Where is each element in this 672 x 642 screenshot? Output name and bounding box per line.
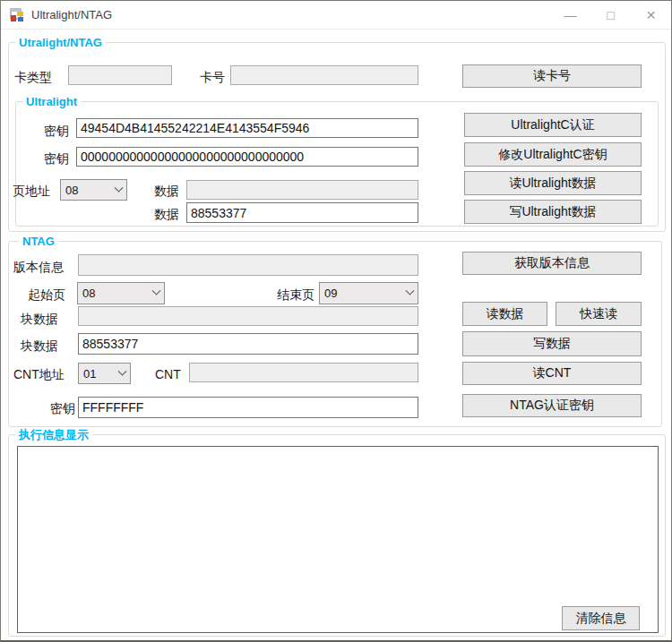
read-ultralight-data-button[interactable]: 读Ultralight数据 xyxy=(464,171,642,195)
ntag-block-write-label: 块数据 xyxy=(21,338,58,353)
ntag-group-title: NTAG xyxy=(19,235,58,248)
ul-data-read-label: 数据 xyxy=(154,184,179,198)
ntag-version-field[interactable] xyxy=(78,254,418,276)
ntag-key-label: 密钥 xyxy=(50,401,75,415)
ntag-end-page-label: 结束页 xyxy=(277,287,314,302)
card-no-label: 卡号 xyxy=(200,70,225,84)
ul-data-write-label: 数据 xyxy=(154,207,179,221)
ntag-block-write-field[interactable] xyxy=(78,333,418,355)
ntag-start-page-combo[interactable]: 08 xyxy=(77,282,165,304)
ul-key1-field[interactable] xyxy=(76,118,418,138)
ul-page-addr-label: 页地址 xyxy=(13,184,50,198)
read-cnt-button[interactable]: 读CNT xyxy=(462,362,642,385)
read-card-button[interactable]: 读卡号 xyxy=(462,64,642,88)
ntag-cnt-addr-combo[interactable]: 01 xyxy=(78,363,131,384)
card-type-label: 卡类型 xyxy=(14,70,52,84)
ntag-end-page-combo[interactable]: 09 xyxy=(319,282,418,304)
ntag-block-read-field[interactable] xyxy=(78,306,418,326)
ntag-start-page-value: 08 xyxy=(82,287,95,300)
ul-key2-label: 密钥 xyxy=(44,151,69,166)
chevron-down-icon xyxy=(406,287,415,295)
titlebar: Ultralight/NTAG — □ ✕ xyxy=(1,1,671,30)
read-data-button[interactable]: 读数据 xyxy=(462,302,547,326)
ul-data-write-field[interactable] xyxy=(186,202,418,223)
ul-page-addr-value: 08 xyxy=(65,184,78,197)
ntag-end-page-value: 09 xyxy=(324,287,337,300)
fast-read-button[interactable]: 快速读 xyxy=(556,302,642,326)
main-group-title: Utralight/NTAG xyxy=(15,37,106,49)
close-icon[interactable]: ✕ xyxy=(631,1,671,29)
app-window: Ultralight/NTAG — □ ✕ Utralight/NTAG 卡类型… xyxy=(0,0,672,642)
ntag-version-label: 版本信息 xyxy=(13,260,64,274)
write-ultralight-data-button[interactable]: 写Ultralight数据 xyxy=(464,200,642,224)
window-title: Ultralight/NTAG xyxy=(31,8,112,21)
chevron-down-icon xyxy=(118,366,127,375)
clear-log-button[interactable]: 清除信息 xyxy=(562,606,640,630)
change-ultralightc-key-button[interactable]: 修改UltralightC密钥 xyxy=(464,142,642,167)
ntag-start-page-label: 起始页 xyxy=(28,287,65,302)
maximize-icon[interactable]: □ xyxy=(590,1,631,29)
chevron-down-icon xyxy=(152,287,161,295)
ultralightc-auth-button[interactable]: UltralightC认证 xyxy=(464,113,642,137)
ntag-key-field[interactable] xyxy=(78,397,418,418)
ultralight-group-title: Ultralight xyxy=(22,96,81,108)
card-no-field[interactable] xyxy=(230,65,418,85)
get-version-button[interactable]: 获取版本信息 xyxy=(462,252,642,275)
ul-page-addr-combo[interactable]: 08 xyxy=(60,179,127,201)
ul-data-read-field[interactable] xyxy=(186,180,418,200)
ntag-block-read-label: 块数据 xyxy=(21,312,58,326)
ul-key1-label: 密钥 xyxy=(44,124,69,138)
ntag-cnt-addr-label: CNT地址 xyxy=(13,367,65,381)
ntag-auth-key-button[interactable]: NTAG认证密钥 xyxy=(462,394,642,417)
card-type-field[interactable] xyxy=(68,65,172,85)
log-textarea[interactable] xyxy=(17,446,659,633)
ntag-cnt-field[interactable] xyxy=(189,363,418,382)
log-group-title: 执行信息显示 xyxy=(15,429,92,441)
ul-key2-field[interactable] xyxy=(76,147,418,167)
window-controls: — □ ✕ xyxy=(550,1,671,29)
ntag-cnt-label: CNT xyxy=(155,367,181,381)
app-icon xyxy=(10,8,24,22)
ntag-cnt-addr-value: 01 xyxy=(83,367,96,381)
chevron-down-icon xyxy=(115,183,124,192)
minimize-icon[interactable]: — xyxy=(550,1,590,29)
write-data-button[interactable]: 写数据 xyxy=(462,331,642,356)
